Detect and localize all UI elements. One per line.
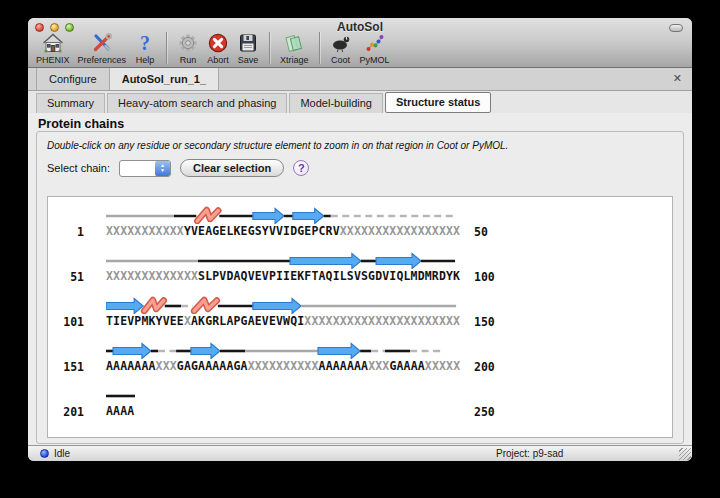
residue-end-number: 100 — [462, 251, 495, 296]
phenix-home-icon — [42, 32, 64, 54]
sequence-segment-unassigned[interactable]: XXXXXXXXXXXXXXXXX — [340, 224, 460, 238]
sequence-segment-assigned[interactable]: SLPVDAQVEVPIIEKFTAQILSVSGDVIQLMDMRDYK — [198, 269, 460, 283]
sequence-segment-assigned[interactable]: AAAAAAA — [106, 359, 156, 373]
protein-chains-group: Double-click on any residue or secondary… — [36, 131, 684, 444]
toolbar-button-xtriage[interactable]: Xtriage — [276, 32, 313, 65]
structure-track[interactable] — [106, 386, 460, 404]
help-button[interactable]: ? — [293, 160, 309, 176]
run-gear-icon — [177, 32, 199, 54]
pymol-ribbon-icon — [364, 32, 386, 54]
toolbar-button-pymol[interactable]: PyMOL — [356, 32, 394, 65]
sequence-segment-unassigned[interactable]: XXXXXXXXXXXXXXXXXXXXXX — [304, 314, 460, 328]
tab-summary[interactable]: Summary — [36, 93, 105, 113]
sequence-row: 1XXXXXXXXXXXYVEAGELKEGSYVVIDGEPCRVXXXXXX… — [48, 206, 672, 251]
sequence-row: 201AAAA250 — [48, 386, 672, 431]
beta-strand-arrow[interactable] — [106, 299, 143, 314]
toolbar-button-label: Coot — [331, 55, 350, 65]
tab-structure-status[interactable]: Structure status — [385, 92, 491, 113]
toolbar-button-label: PyMOL — [360, 55, 390, 65]
residue-end-number: 250 — [462, 386, 495, 431]
sequence-segment-unassigned[interactable]: XXXXX — [425, 359, 460, 373]
toolbar-button-label: Help — [136, 55, 155, 65]
residue-end-number: 150 — [462, 296, 495, 341]
toolbar-button-preferences[interactable]: Preferences — [74, 32, 131, 65]
tab-model-building[interactable]: Model-building — [289, 93, 383, 113]
sequence-segment-unassigned[interactable]: XXXXXXXXXXXXX — [106, 269, 198, 283]
result-tab-bar: SummaryHeavy-atom search and phasingMode… — [28, 91, 692, 113]
sequence-segment-unassigned[interactable]: XXX — [368, 359, 389, 373]
toolbar-button-run[interactable]: Run — [173, 32, 203, 65]
tab-configure[interactable]: Configure — [36, 68, 110, 90]
sequence-segment-unassigned[interactable]: XXXXXXXXXX — [248, 359, 319, 373]
beta-strand-arrow[interactable] — [191, 344, 220, 359]
toolbar-separator — [269, 32, 270, 64]
toolbar-toggle-button[interactable] — [669, 24, 683, 32]
toolbar-button-label: Preferences — [78, 55, 127, 65]
xtriage-crystal-icon — [283, 32, 305, 54]
sequence-text: AAAA — [106, 404, 462, 418]
residue-end-number: 200 — [462, 341, 495, 386]
beta-strand-arrow[interactable] — [293, 209, 324, 224]
coot-bird-icon — [330, 32, 352, 54]
instruction-text: Double-click on any residue or secondary… — [37, 132, 683, 151]
residue-start-number: 151 — [48, 341, 84, 386]
sequence-segment-assigned[interactable]: YVEAGELKEGSYVVIDGEPCRV — [184, 224, 340, 238]
sequence-segment-unassigned[interactable]: XXXXXXXXXXX — [106, 224, 184, 238]
toolbar-button-phenix[interactable]: PHENIX — [32, 32, 74, 65]
sequence-text: TIEVPMKYVEEXAKGRLAPGAEVEVWQIXXXXXXXXXXXX… — [106, 314, 462, 328]
tab-heavy-atom-search-and-phasing[interactable]: Heavy-atom search and phasing — [107, 93, 287, 113]
toolbar-button-label: Save — [238, 55, 259, 65]
sequence-segment-assigned[interactable]: GAAAA — [389, 359, 424, 373]
resize-grip[interactable] — [679, 448, 691, 460]
toolbar-button-abort[interactable]: Abort — [203, 32, 233, 65]
sequence-row: 51XXXXXXXXXXXXXSLPVDAQVEVPIIEKFTAQILSVSG… — [48, 251, 672, 296]
chain-controls: Select chain: ▲▼ Clear selection ? — [37, 151, 683, 177]
sequence-row: 101TIEVPMKYVEEXAKGRLAPGAEVEVWQIXXXXXXXXX… — [48, 296, 672, 341]
chain-select-dropdown[interactable]: ▲▼ — [119, 160, 171, 177]
svg-text:?: ? — [140, 32, 150, 54]
structure-track[interactable] — [106, 296, 460, 314]
project-label: Project: p9-sad — [496, 448, 563, 459]
toolbar-button-help[interactable]: ?Help — [130, 32, 160, 65]
residue-start-number: 51 — [48, 251, 84, 296]
status-text: Idle — [54, 448, 70, 459]
sequence-segment-unassigned[interactable]: X — [184, 314, 191, 328]
sequence-segment-assigned[interactable]: AAAAAAA — [319, 359, 369, 373]
status-bar: Idle Project: p9-sad — [28, 445, 692, 461]
tab-autosol-run-1[interactable]: AutoSol_run_1_ — [110, 68, 219, 90]
toolbar-button-coot[interactable]: Coot — [326, 32, 356, 65]
run-tab-bar: ConfigureAutoSol_run_1_ ✕ — [28, 68, 692, 91]
preferences-tools-icon — [91, 32, 113, 54]
save-floppy-icon — [237, 32, 259, 54]
toolbar: PHENIXPreferences?HelpRunAbortSaveXtriag… — [32, 32, 394, 65]
select-chain-label: Select chain: — [47, 162, 110, 174]
beta-strand-arrow[interactable] — [253, 299, 301, 314]
beta-strand-arrow[interactable] — [376, 254, 421, 269]
sequence-segment-assigned[interactable]: AKGRLAPGAEVEVWQI — [191, 314, 304, 328]
toolbar-button-label: PHENIX — [36, 55, 70, 65]
sequence-segment-assigned[interactable]: AAAA — [106, 404, 134, 418]
sequence-segment-assigned[interactable]: GAGAAAAAGA — [177, 359, 248, 373]
beta-strand-arrow[interactable] — [113, 344, 151, 359]
sequence-text: XXXXXXXXXXXYVEAGELKEGSYVVIDGEPCRVXXXXXXX… — [106, 224, 462, 238]
toolbar-button-label: Abort — [207, 55, 229, 65]
close-tab-icon[interactable]: ✕ — [673, 72, 682, 85]
status-indicator-icon — [40, 449, 49, 458]
abort-icon — [207, 32, 229, 54]
structure-track[interactable] — [106, 251, 460, 269]
structure-track[interactable] — [106, 341, 460, 359]
dropdown-stepper-icon: ▲▼ — [155, 161, 170, 176]
clear-selection-button[interactable]: Clear selection — [180, 159, 284, 177]
beta-strand-arrow[interactable] — [290, 254, 361, 269]
structure-track[interactable] — [106, 206, 460, 224]
sequence-text: XXXXXXXXXXXXXSLPVDAQVEVPIIEKFTAQILSVSGDV… — [106, 269, 462, 283]
beta-strand-arrow[interactable] — [253, 209, 284, 224]
sequence-segment-unassigned[interactable]: XXX — [156, 359, 177, 373]
residue-start-number: 101 — [48, 296, 84, 341]
toolbar-button-save[interactable]: Save — [233, 32, 263, 65]
toolbar-separator — [166, 32, 167, 64]
residue-start-number: 201 — [48, 386, 84, 431]
toolbar-button-label: Xtriage — [280, 55, 309, 65]
beta-strand-arrow[interactable] — [318, 344, 360, 359]
sequence-segment-assigned[interactable]: TIEVPMKYVEE — [106, 314, 184, 328]
